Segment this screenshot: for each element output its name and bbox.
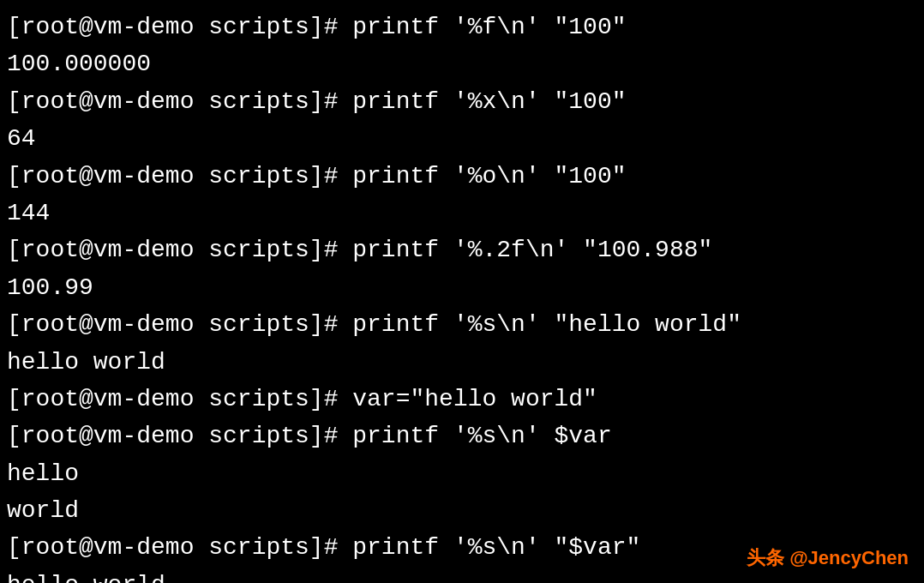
watermark: 头条 @JencyChen (747, 544, 909, 573)
terminal-window: [root@vm-demo scripts]# printf '%f\n' "1… (0, 0, 924, 583)
terminal-prompt-line: [root@vm-demo scripts]# printf '%x\n' "1… (7, 83, 917, 120)
terminal-output-line: hello (7, 455, 917, 492)
terminal-prompt-line: [root@vm-demo scripts]# printf '%f\n' "1… (7, 9, 917, 45)
terminal-prompt-line: [root@vm-demo scripts]# printf '%s\n' $v… (7, 418, 917, 454)
terminal-output-line: 144 (7, 195, 917, 231)
terminal-prompt-line: [root@vm-demo scripts]# printf '%.2f\n' … (7, 231, 917, 268)
terminal-output-line: hello world (7, 344, 917, 381)
terminal-prompt-line: [root@vm-demo scripts]# printf '%s\n' "h… (7, 306, 917, 343)
terminal-output-line: 64 (7, 120, 917, 157)
terminal-output-line: 100.99 (7, 269, 917, 306)
terminal-output-line: world (7, 492, 917, 529)
terminal-content: [root@vm-demo scripts]# printf '%f\n' "1… (7, 9, 917, 583)
terminal-prompt-line: [root@vm-demo scripts]# printf '%o\n' "1… (7, 158, 917, 195)
terminal-output-line: 100.000000 (7, 45, 917, 82)
terminal-prompt-line: [root@vm-demo scripts]# var="hello world… (7, 381, 917, 418)
